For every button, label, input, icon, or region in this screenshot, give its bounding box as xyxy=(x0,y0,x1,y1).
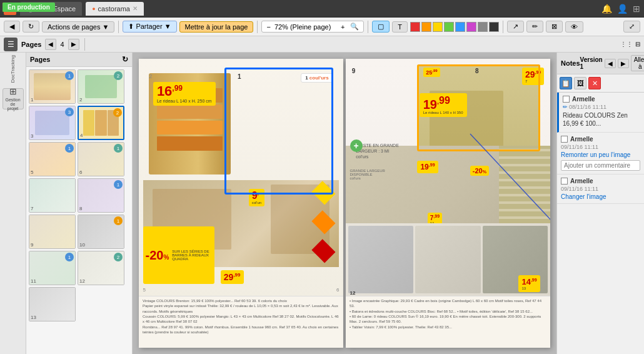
note-item-1: Armelle ✏ 08/11/16 11:11 Rideau COLOURS … xyxy=(557,93,644,133)
note-item-2: Armelle 09/11/16 11:11 Remonter un peu l… xyxy=(557,133,644,174)
gestion-label: Gestion deprojet xyxy=(3,98,23,111)
sep-t2 xyxy=(84,38,85,51)
arrow-tool-button[interactable]: ↗ xyxy=(507,21,524,33)
pages-panel: Pages ↻ 1 1 2 2 xyxy=(26,53,133,354)
color-purple[interactable] xyxy=(466,22,476,32)
left-page[interactable]: 16,99 Le rideau L 140 x H. 250 cm 1 coul… xyxy=(139,59,343,348)
page-thumb-4[interactable]: 4 2 xyxy=(78,106,124,140)
note-3-action[interactable]: Changer l'image xyxy=(561,193,640,200)
thumb-badge-3: 3 xyxy=(65,108,74,116)
aller-button[interactable]: Aller à xyxy=(631,55,644,71)
doc-tracking-label[interactable]: DocTracking xyxy=(10,55,16,83)
note-2-comment-input[interactable] xyxy=(561,160,640,171)
page-thumb-8[interactable]: 8 1 xyxy=(78,178,124,213)
separator-4 xyxy=(503,21,503,33)
update-page-button[interactable]: Mettre à jour la page xyxy=(179,21,254,33)
color-green[interactable] xyxy=(444,22,454,32)
tab-close-icon[interactable]: ✕ xyxy=(133,5,138,12)
page-nav: ◀ 4 ▶ xyxy=(45,39,79,50)
color-red[interactable] xyxy=(410,22,420,32)
expand-button[interactable]: ⤢ xyxy=(623,21,640,33)
note-2-action[interactable]: Remonter un peu l'image xyxy=(561,151,640,158)
zoom-search-button[interactable]: 🔍 xyxy=(348,22,361,31)
image-note-button[interactable]: 🖼 xyxy=(574,77,586,89)
thumb-label-3: 3 xyxy=(31,133,33,139)
page-thumb-9[interactable]: 9 xyxy=(29,215,76,249)
notes-panel: Notes Version 1 ◀ ▶ Aller à ▶| 📋 🖼 ✕ Arm… xyxy=(556,53,644,354)
refresh-button[interactable]: ↻ xyxy=(23,21,39,33)
page-thumb-2[interactable]: 2 2 xyxy=(78,69,124,104)
note-item-3: Armelle 09/11/16 11:11 Changer l'image xyxy=(557,174,644,204)
note-3-checkbox[interactable] xyxy=(561,178,568,185)
gestion-projet-button[interactable]: ⊞ Gestion deprojet xyxy=(3,88,24,109)
version-area: Version 1 ◀ ▶ Aller à ▶| xyxy=(580,55,644,71)
pages-label: Pages xyxy=(21,41,41,48)
thumb-badge-2: 2 xyxy=(114,71,123,80)
thumb-badge-5: 1 xyxy=(65,144,74,153)
next-page-button[interactable]: ▶ xyxy=(68,39,79,50)
share-button[interactable]: ⬆ Partager ▼ xyxy=(123,21,176,33)
notes-panel-header: Notes Version 1 ◀ ▶ Aller à ▶| xyxy=(557,53,644,74)
page-thumb-5[interactable]: 5 1 xyxy=(29,142,76,176)
add-element-button[interactable]: + xyxy=(350,139,363,152)
note-1-checkbox[interactable] xyxy=(563,96,570,103)
thumb-label-4: 4 xyxy=(80,133,83,138)
thumb-label-12: 12 xyxy=(79,278,85,284)
pages-refresh-icon[interactable]: ↻ xyxy=(122,55,128,64)
split-icon[interactable]: ⊟ xyxy=(635,41,640,48)
color-gray[interactable] xyxy=(478,22,488,32)
page-thumb-1[interactable]: 1 1 xyxy=(29,69,76,104)
prev-page-button[interactable]: ◀ xyxy=(45,39,56,50)
zoom-in-button[interactable]: + xyxy=(339,23,346,31)
thumb-label-11: 11 xyxy=(31,278,36,284)
right-page[interactable]: 29,99 7 19,99 Le rideau L 140 x H 350 25… xyxy=(346,59,550,348)
select-tool-button[interactable]: ▢ xyxy=(372,21,390,33)
note-2-author: Armelle xyxy=(570,136,593,143)
separator-3 xyxy=(368,21,368,33)
user-icon[interactable]: 👤 xyxy=(617,4,628,14)
back-button[interactable]: ◀ xyxy=(4,21,20,33)
note-1-date: ✏ 08/11/16 11:11 xyxy=(563,104,640,110)
color-dark[interactable] xyxy=(489,22,499,32)
color-blue[interactable] xyxy=(455,22,465,32)
more-icon[interactable]: ⋮⋮ xyxy=(620,41,633,48)
thumb-label-13: 13 xyxy=(31,315,36,320)
right-toolbar2: ⋮⋮ ⊟ En production xyxy=(620,41,640,48)
page-thumb-12[interactable]: 12 2 xyxy=(78,251,124,285)
thumb-label-7: 7 xyxy=(31,206,33,211)
note-2-checkbox[interactable] xyxy=(561,136,568,143)
color-yellow[interactable] xyxy=(433,22,443,32)
eye-tool-button[interactable]: 👁 xyxy=(565,21,583,33)
add-note-button[interactable]: 📋 xyxy=(560,77,572,89)
next-version-button[interactable]: ▶ xyxy=(618,59,629,68)
thumb-badge-4: 2 xyxy=(113,108,122,117)
zoom-out-button[interactable]: − xyxy=(264,23,272,31)
actions-pages-button[interactable]: Actions de pages ▼ xyxy=(42,21,114,33)
bell-icon[interactable]: 🔔 xyxy=(601,4,612,14)
current-page: 4 xyxy=(58,41,66,48)
page-thumb-13[interactable]: 13 xyxy=(29,287,76,321)
grid-icon-sidebar: ⊞ xyxy=(9,86,17,96)
tab-castorama[interactable]: ● castorama ✕ xyxy=(86,2,144,16)
page-thumb-6[interactable]: 6 1 xyxy=(78,142,124,176)
text-tool-button[interactable]: T xyxy=(392,21,408,33)
color-orange[interactable] xyxy=(421,22,431,32)
delete-note-button[interactable]: ✕ xyxy=(588,77,601,89)
secondary-toolbar: ☰ Pages ◀ 4 ▶ En validation ⋮⋮ ⊟ En prod… xyxy=(0,36,644,53)
page-thumb-10[interactable]: 10 1 xyxy=(78,215,124,249)
thumb-badge-12: 2 xyxy=(114,253,123,261)
thumb-label-9: 9 xyxy=(31,242,33,248)
page-thumb-11[interactable]: 11 1 xyxy=(29,251,76,285)
thumb-label-10: 10 xyxy=(79,242,85,248)
pages-panel-title: Pages xyxy=(30,56,50,63)
crop-tool-button[interactable]: ⊠ xyxy=(546,21,563,33)
page-thumb-3[interactable]: 3 3 xyxy=(29,106,76,140)
page-thumb-7[interactable]: 7 xyxy=(29,178,76,213)
status-production-badge: En production xyxy=(3,3,55,12)
panel-toggle-button[interactable]: ☰ xyxy=(4,38,18,51)
grid-icon[interactable]: ⊞ xyxy=(633,4,640,14)
zoom-input[interactable] xyxy=(274,23,337,31)
pages-list: 1 1 2 2 3 3 xyxy=(26,67,132,354)
prev-version-button[interactable]: ◀ xyxy=(605,59,616,68)
pencil-tool-button[interactable]: ✏ xyxy=(526,21,543,33)
